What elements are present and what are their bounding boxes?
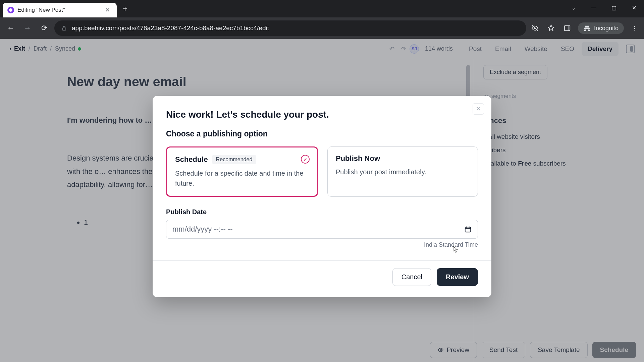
favicon-icon xyxy=(7,7,14,13)
back-button[interactable]: ← xyxy=(4,21,17,35)
modal-title: Nice work! Let's schedule your post. xyxy=(166,109,478,120)
close-icon[interactable]: ✕ xyxy=(473,103,484,115)
recommended-badge: Recommended xyxy=(212,155,257,164)
calendar-icon[interactable] xyxy=(464,226,472,233)
modal-overlay[interactable]: ✕ Nice work! Let's schedule your post. C… xyxy=(0,39,644,362)
window-controls: ⌄ — ▢ ✕ xyxy=(564,0,644,15)
url-field[interactable]: app.beehiiv.com/posts/478a23a8-2087-424c… xyxy=(54,20,526,36)
publish-date-input[interactable]: mm/dd/yyyy --:-- -- xyxy=(166,220,478,239)
close-tab-icon[interactable]: ✕ xyxy=(103,6,112,14)
modal-footer: Cancel Review xyxy=(153,260,491,287)
date-placeholder: mm/dd/yyyy --:-- -- xyxy=(172,225,233,234)
svg-rect-2 xyxy=(565,26,570,31)
publishing-options: ✓ Schedule Recommended Schedule for a sp… xyxy=(166,146,478,197)
close-window-icon[interactable]: ✕ xyxy=(624,0,644,15)
schedule-modal: ✕ Nice work! Let's schedule your post. C… xyxy=(153,96,491,297)
kebab-menu-icon[interactable]: ⋮ xyxy=(629,23,640,34)
review-button[interactable]: Review xyxy=(437,268,478,286)
cancel-button[interactable]: Cancel xyxy=(392,268,431,286)
new-tab-button[interactable]: + xyxy=(119,2,131,15)
chevron-down-icon[interactable]: ⌄ xyxy=(564,0,584,15)
panel-icon[interactable] xyxy=(562,23,573,34)
reload-button[interactable]: ⟳ xyxy=(38,21,51,35)
lock-icon xyxy=(61,25,67,31)
minimize-icon[interactable]: — xyxy=(584,0,604,15)
editor-page: ‹ Exit / Draft / Synced ↶ ↷ SJ 114 words… xyxy=(0,39,644,362)
check-circle-icon: ✓ xyxy=(301,155,310,164)
option-schedule[interactable]: ✓ Schedule Recommended Schedule for a sp… xyxy=(166,146,318,197)
url-text: app.beehiiv.com/posts/478a23a8-2087-424c… xyxy=(72,24,269,32)
option-publish-now-desc: Publish your post immediately. xyxy=(336,167,470,177)
modal-subtitle: Choose a publishing option xyxy=(166,129,478,138)
maximize-icon[interactable]: ▢ xyxy=(604,0,624,15)
tab-bar: Editing "New Post" ✕ + ⌄ — ▢ ✕ xyxy=(0,0,644,17)
svg-rect-1 xyxy=(62,28,66,30)
publish-date-label: Publish Date xyxy=(166,208,478,216)
eye-off-icon[interactable] xyxy=(530,23,540,34)
option-schedule-name: Schedule xyxy=(175,155,208,164)
forward-button[interactable]: → xyxy=(21,21,34,35)
browser-chrome: Editing "New Post" ✕ + ⌄ — ▢ ✕ ← → ⟳ app… xyxy=(0,0,644,39)
browser-tab[interactable]: Editing "New Post" ✕ xyxy=(3,3,117,17)
address-bar: ← → ⟳ app.beehiiv.com/posts/478a23a8-208… xyxy=(0,17,644,39)
tab-title: Editing "New Post" xyxy=(17,7,100,13)
bookmark-icon[interactable] xyxy=(546,23,556,34)
svg-point-0 xyxy=(9,8,12,12)
option-publish-now-name: Publish Now xyxy=(336,154,380,163)
incognito-icon xyxy=(583,24,591,32)
incognito-chip[interactable]: Incognito xyxy=(578,22,624,34)
option-publish-now[interactable]: Publish Now Publish your post immediatel… xyxy=(327,146,478,197)
timezone-label: India Standard Time xyxy=(166,241,478,248)
incognito-label: Incognito xyxy=(594,25,619,32)
svg-rect-4 xyxy=(465,227,471,232)
option-schedule-desc: Schedule for a specific date and time in… xyxy=(175,168,309,188)
